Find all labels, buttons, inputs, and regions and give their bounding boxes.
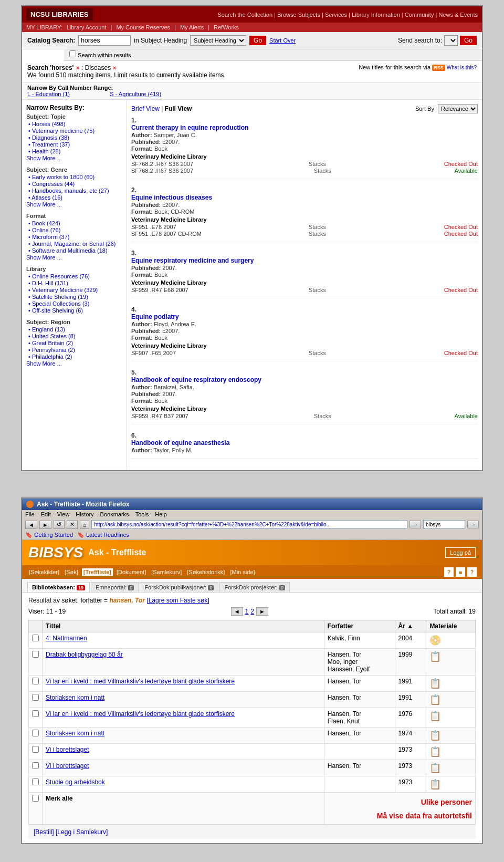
home-button[interactable]: ⌂	[80, 521, 90, 529]
top-nav-link-5[interactable]: Community	[405, 12, 434, 18]
tab-bibliotekbasen[interactable]: Bibliotekbasen: 19	[27, 582, 90, 592]
menu-edit[interactable]: Edit	[41, 511, 51, 517]
nav-icon-help[interactable]: ?	[467, 567, 477, 577]
lagre-link[interactable]: [Lagre som Faste søk]	[146, 597, 209, 604]
row-title-3[interactable]: Vi lar en i kveld : med Villmarksliv's l…	[43, 676, 324, 692]
format-book[interactable]: • Book (424)	[28, 220, 60, 226]
merk-alle-cb[interactable]	[32, 795, 39, 802]
rss-icon[interactable]: RSS	[432, 65, 445, 71]
row-title-1[interactable]: 4: Nattmannen	[43, 632, 324, 649]
back-button[interactable]: ◄	[25, 521, 37, 529]
lib-vet[interactable]: • Veterinary Medicine (329)	[28, 287, 98, 293]
reload-button[interactable]: ↺	[54, 520, 65, 529]
show-more-region[interactable]: Show More ...	[26, 360, 62, 367]
tab-emneportal[interactable]: Emneportal: 0	[91, 582, 139, 592]
lib-online[interactable]: • Online Resources (76)	[28, 273, 90, 279]
go-button[interactable]: Go	[249, 36, 266, 45]
nav-sok[interactable]: [Søk]	[63, 568, 80, 576]
tab-forskdok-pub[interactable]: ForskDok publikasjoner: 0	[140, 582, 218, 592]
col-ar-header[interactable]: År ▲	[395, 620, 426, 632]
topic-horses[interactable]: • Horses (498)	[28, 121, 66, 127]
result-title-4[interactable]: Equine podiatry	[131, 313, 179, 320]
show-more-genre[interactable]: Show More ...	[26, 201, 62, 207]
nav-treffliste[interactable]: [Treffliste]	[82, 568, 113, 576]
format-software[interactable]: • Software and Multimedia (18)	[28, 247, 108, 254]
row-cb-6[interactable]	[32, 730, 39, 736]
format-online[interactable]: • Online (76)	[28, 227, 60, 233]
lib-special[interactable]: • Special Collections (3)	[28, 300, 89, 307]
genre-congresses[interactable]: • Congresses (44)	[28, 181, 75, 187]
topic-treatment[interactable]: • Treatment (37)	[28, 141, 70, 148]
result-title-2[interactable]: Equine infectious diseases	[131, 194, 212, 201]
topic-diagnosis[interactable]: • Diagnosis (38)	[28, 134, 69, 141]
library-account-link[interactable]: Library Account	[67, 24, 107, 30]
row-title-7[interactable]: Vi i borettslaget	[43, 744, 324, 760]
search-in-select[interactable]: Subject Heading	[190, 35, 246, 46]
page-prev-btn[interactable]: ◄	[231, 607, 243, 616]
nav-icon-2[interactable]: ■	[456, 567, 465, 577]
menu-history[interactable]: History	[76, 511, 93, 517]
row-title-8[interactable]: Vi i borettslaget	[43, 760, 324, 776]
row-title-5[interactable]: Vi lar en i kveld : med Villmarksliv's l…	[43, 708, 324, 728]
row-cb-3[interactable]	[32, 678, 39, 684]
my-alerts-link[interactable]: My Alerts	[180, 24, 204, 30]
legg-i-samlekurv-link[interactable]: [Legg i Samlekurv]	[56, 828, 108, 836]
genre-atlases[interactable]: • Atlases (16)	[28, 194, 62, 201]
result-title-6[interactable]: Handbook of equine anaesthesia	[131, 439, 229, 446]
nav-samlekurv[interactable]: [Samlekurv]	[150, 568, 183, 576]
lib-satellite[interactable]: • Satellite Shelving (19)	[28, 294, 88, 300]
menu-bookmarks[interactable]: Bookmarks	[100, 511, 129, 517]
links-bar-latest[interactable]: 🔖 Latest Headlines	[77, 532, 129, 538]
row-title-4[interactable]: Storlaksen kom i natt	[43, 692, 324, 708]
call-s-link[interactable]: S - Agriculture (419)	[110, 91, 161, 97]
region-gb[interactable]: • Great Britain (2)	[28, 340, 73, 346]
logg-pa-button[interactable]: Logg på	[445, 547, 476, 558]
top-nav-link-2[interactable]: Browse Subjects	[277, 12, 320, 18]
region-pa[interactable]: • Pennsylvania (2)	[28, 347, 75, 353]
lib-offsite[interactable]: • Off-site Shelving (6)	[28, 307, 83, 314]
what-is-this-link[interactable]: What is this?	[447, 65, 477, 70]
page-next-btn[interactable]: ►	[256, 607, 268, 616]
nav-sokekilder[interactable]: [Søkekilder]	[27, 568, 61, 576]
row-cb-5[interactable]	[32, 710, 39, 717]
row-cb-7[interactable]	[32, 746, 39, 753]
nav-dokument[interactable]: [Dokument]	[115, 568, 148, 576]
fwd-button[interactable]: ►	[39, 521, 51, 529]
brief-view-link[interactable]: Brief View	[131, 105, 160, 112]
format-journal[interactable]: • Journal, Magazine, or Serial (26)	[28, 241, 116, 247]
stop-button[interactable]: ✕	[67, 520, 78, 529]
tab-forskdok-proj[interactable]: ForskDok prosjekter: 0	[219, 582, 290, 592]
row-cb-8[interactable]	[32, 762, 39, 769]
col-tittel-header[interactable]: Tittel	[43, 620, 324, 632]
show-more-format[interactable]: Show More ...	[26, 254, 62, 261]
row-title-2[interactable]: Drabak boligbyggelag 50 år	[43, 649, 324, 676]
show-more-topic[interactable]: Show More ...	[26, 155, 62, 161]
menu-view[interactable]: View	[57, 511, 70, 517]
top-nav-link-1[interactable]: Search the Collection	[217, 12, 272, 18]
ff-go-button[interactable]: →	[410, 521, 421, 528]
course-reserves-link[interactable]: My Course Reserves	[116, 24, 170, 30]
ff-search-go[interactable]: →	[467, 521, 479, 528]
result-title-5[interactable]: Handbook of equine respiratory endoscopy	[131, 376, 261, 383]
bestill-link[interactable]: [Bestill]	[34, 828, 54, 836]
send-go-button[interactable]: Go	[460, 36, 477, 45]
sort-select[interactable]: Relevance	[438, 104, 478, 113]
page-1-link[interactable]: 1	[245, 608, 249, 615]
top-nav-link-3[interactable]: Services	[325, 12, 347, 18]
diseases-x[interactable]: ✕	[112, 65, 117, 71]
topic-vet[interactable]: • Veterinary medicine (75)	[28, 128, 94, 134]
start-over-link[interactable]: Start Over	[269, 37, 296, 44]
region-us[interactable]: • United States (8)	[28, 333, 75, 339]
topic-health[interactable]: • Health (28)	[28, 148, 60, 154]
top-nav-link-4[interactable]: Library Information	[352, 12, 400, 18]
region-england[interactable]: • England (13)	[28, 326, 65, 333]
refworks-link[interactable]: RefWorks	[214, 24, 239, 30]
nav-icon-1[interactable]: ?	[444, 567, 454, 577]
address-bar[interactable]	[91, 520, 407, 529]
genre-early[interactable]: • Early works to 1800 (60)	[28, 174, 94, 180]
menu-tools[interactable]: Tools	[135, 511, 149, 517]
nav-sokehistorikk[interactable]: [Søkehistorikk]	[185, 568, 226, 576]
menu-help[interactable]: Help	[155, 511, 167, 517]
page-2-link[interactable]: 2	[250, 608, 254, 615]
search-x[interactable]: ✕	[76, 65, 80, 71]
